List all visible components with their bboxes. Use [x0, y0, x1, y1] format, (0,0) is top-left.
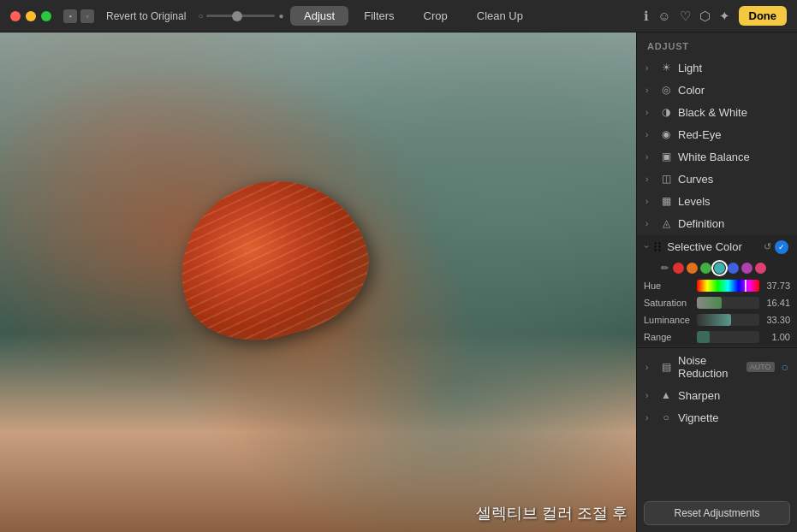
exposure-slider-container: ○ ●: [198, 11, 283, 21]
redeye-icon: ◉: [659, 127, 673, 141]
light-icon: ☀: [659, 61, 673, 74]
saturation-label: Saturation: [644, 298, 693, 308]
wb-icon: ▣: [659, 150, 673, 163]
hue-value: 37.73: [763, 281, 790, 291]
reset-adjustments-button[interactable]: Reset Adjustments: [644, 501, 790, 525]
slider-min-icon: ○: [198, 11, 203, 21]
adjust-item-noise[interactable]: › ▤ Noise Reduction AUTO ○: [637, 350, 797, 384]
curves-icon: ◫: [659, 172, 673, 186]
color-dots-row: ✏: [637, 259, 797, 277]
redeye-label: Red-Eye: [678, 128, 788, 141]
more-icon[interactable]: ✦: [719, 9, 730, 24]
nav-tabs: Adjust Filters Crop Clean Up: [290, 6, 537, 26]
luminance-slider-row: Luminance 33.30: [637, 311, 797, 328]
chevron-icon: ›: [645, 413, 654, 423]
range-slider-row: Range 1.00: [637, 328, 797, 346]
saturation-slider[interactable]: [697, 297, 759, 309]
adjust-item-wb[interactable]: › ▣ White Balance: [637, 145, 797, 168]
divider: [637, 347, 797, 348]
watermark-text: 셀렉티브 컬러 조절 후: [476, 503, 627, 523]
color-dot-teal[interactable]: [714, 263, 725, 274]
levels-label: Levels: [678, 195, 788, 208]
selective-color-header[interactable]: › ⁝⁝ Selective Color ↺ ✓: [637, 234, 797, 259]
undo-icon[interactable]: ↺: [764, 241, 771, 252]
tab-cleanup[interactable]: Clean Up: [463, 6, 537, 26]
layout-toggle[interactable]: ▫: [80, 9, 94, 23]
bw-label: Black & White: [678, 106, 788, 119]
color-dot-green[interactable]: [700, 263, 711, 274]
sidebar-toggle[interactable]: ▪: [63, 9, 77, 23]
chevron-icon: ›: [645, 130, 654, 139]
selective-color-section: › ⁝⁝ Selective Color ↺ ✓ ✏: [637, 234, 797, 346]
luminance-slider[interactable]: [697, 314, 759, 326]
tab-crop[interactable]: Crop: [410, 6, 461, 26]
color-dot-blue[interactable]: [728, 263, 739, 274]
info-icon[interactable]: ℹ: [644, 9, 649, 24]
panel-header: ADJUST: [637, 33, 797, 56]
adjust-item-levels[interactable]: › ▦ Levels: [637, 190, 797, 212]
chevron-icon: ›: [645, 108, 654, 117]
minimize-button[interactable]: [26, 11, 36, 21]
main-area: 셀렉티브 컬러 조절 후 ADJUST › ☀ Light › ◎ Color …: [0, 33, 797, 532]
hue-slider-row: Hue 37.73: [637, 277, 797, 294]
color-label: Color: [678, 84, 788, 97]
chevron-icon: ›: [645, 197, 654, 206]
done-button[interactable]: Done: [739, 6, 788, 26]
chevron-icon: ›: [645, 391, 654, 400]
wb-label: White Balance: [678, 151, 788, 163]
color-dot-orange[interactable]: [687, 263, 698, 274]
bw-icon: ◑: [659, 105, 673, 119]
color-dot-red[interactable]: [673, 263, 684, 274]
exposure-slider[interactable]: [206, 15, 275, 17]
adjust-item-color[interactable]: › ◎ Color: [637, 79, 797, 101]
chevron-icon: ›: [645, 152, 654, 162]
tab-filters[interactable]: Filters: [350, 6, 407, 26]
auto-badge: AUTO: [746, 362, 775, 372]
curves-label: Curves: [678, 173, 788, 186]
chevron-icon: ›: [645, 86, 654, 95]
definition-label: Definition: [678, 217, 788, 230]
right-panel: ADJUST › ☀ Light › ◎ Color › ◑ Black & W…: [636, 33, 797, 532]
adjust-item-curves[interactable]: › ◫ Curves: [637, 168, 797, 190]
noise-label: Noise Reduction: [678, 354, 740, 380]
traffic-lights: [10, 11, 51, 21]
adjust-item-definition[interactable]: › ◬ Definition: [637, 212, 797, 234]
fullscreen-button[interactable]: [41, 11, 51, 21]
saturation-slider-row: Saturation 16.41: [637, 294, 797, 311]
revert-button[interactable]: Revert to Original: [106, 10, 186, 22]
sc-enabled-toggle[interactable]: ✓: [775, 240, 788, 254]
panel-spacer: [637, 429, 797, 501]
adjust-item-sharpen[interactable]: › ▲ Sharpen: [637, 384, 797, 406]
sharpen-label: Sharpen: [678, 389, 788, 402]
luminance-value: 33.30: [763, 315, 790, 325]
heart-icon[interactable]: ♡: [680, 9, 691, 24]
slider-max-icon: ●: [278, 11, 283, 21]
emoji-icon[interactable]: ☺: [657, 9, 670, 23]
light-label: Light: [678, 62, 788, 74]
chevron-down-icon: ›: [642, 245, 651, 248]
range-slider[interactable]: [697, 331, 759, 343]
chevron-icon: ›: [645, 174, 654, 184]
definition-icon: ◬: [659, 216, 673, 230]
color-dot-purple[interactable]: [741, 263, 752, 274]
adjust-item-light[interactable]: › ☀ Light: [637, 56, 797, 79]
range-value: 1.00: [763, 332, 790, 342]
sharpen-icon: ▲: [659, 388, 673, 402]
chevron-icon: ›: [645, 219, 654, 228]
close-button[interactable]: [10, 11, 21, 21]
selective-color-icon: ⁝⁝: [653, 239, 662, 255]
tab-adjust[interactable]: Adjust: [290, 6, 348, 26]
color-icon: ◎: [659, 83, 673, 97]
share-icon[interactable]: ⬡: [699, 9, 711, 24]
adjust-item-redeye[interactable]: › ◉ Red-Eye: [637, 123, 797, 145]
titlebar-right: ℹ ☺ ♡ ⬡ ✦ Done: [644, 6, 787, 26]
pencil-icon[interactable]: ✏: [661, 263, 669, 274]
vignette-label: Vignette: [678, 411, 788, 424]
color-dot-pink[interactable]: [755, 263, 766, 274]
adjust-item-bw[interactable]: › ◑ Black & White: [637, 101, 797, 123]
range-label: Range: [644, 332, 693, 342]
saturation-value: 16.41: [763, 298, 790, 308]
hue-slider[interactable]: [697, 280, 759, 292]
adjust-item-vignette[interactable]: › ○ Vignette: [637, 406, 797, 429]
window-controls: ▪ ▫: [63, 9, 94, 23]
